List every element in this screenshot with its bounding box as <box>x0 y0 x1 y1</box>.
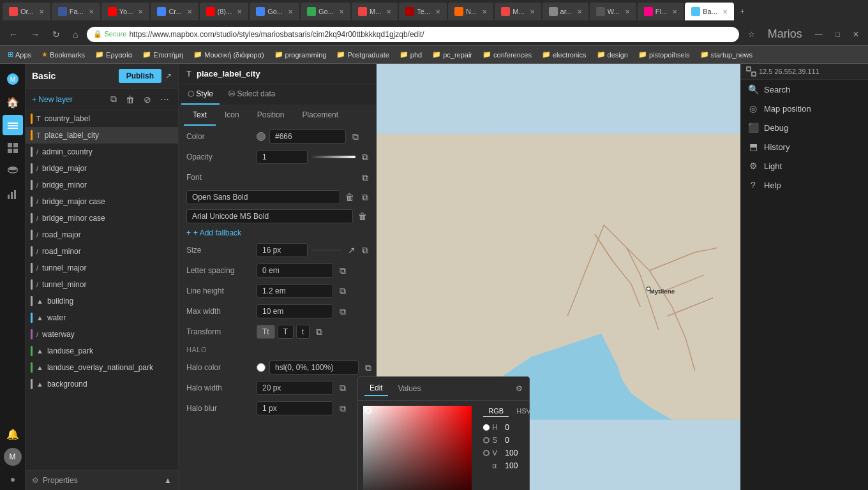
tab-close-4[interactable]: ✕ <box>187 8 192 15</box>
layer-item-bridge-major-case[interactable]: / bridge_major case <box>26 193 178 210</box>
tab-11[interactable]: M... ✕ <box>495 3 541 20</box>
layer-item-tunnel-minor[interactable]: / tunnel_minor <box>26 276 178 293</box>
collapse-icon[interactable]: ▲ <box>164 476 172 485</box>
layer-item-bridge-minor[interactable]: / bridge_minor <box>26 177 178 193</box>
size-input[interactable] <box>257 243 308 257</box>
tab-close-5[interactable]: ✕ <box>237 8 242 15</box>
color-swatch[interactable] <box>257 132 266 141</box>
layer-item-landuse-park[interactable]: ▲ landuse_park <box>26 343 178 359</box>
opacity-expression-icon[interactable]: ⧉ <box>362 152 368 163</box>
halo-color-swatch[interactable] <box>257 363 266 372</box>
tab-close-8[interactable]: ✕ <box>386 8 391 15</box>
rail-icon-mapbox[interactable]: M <box>3 69 23 89</box>
channel-h-radio[interactable] <box>483 424 490 431</box>
publish-button[interactable]: Publish <box>119 69 161 83</box>
line-height-input[interactable] <box>257 284 333 298</box>
size-slider[interactable] <box>311 249 341 251</box>
duplicate-layer-button[interactable]: ⧉ <box>108 93 119 106</box>
tab-select-data[interactable]: ⛁ Select data <box>222 84 281 105</box>
layer-item-background[interactable]: ▲ background <box>26 376 178 392</box>
bookmark-conferences[interactable]: 📁 conferences <box>479 49 535 60</box>
tab-close-13[interactable]: ✕ <box>625 8 630 15</box>
layer-item-waterway[interactable]: / waterway <box>26 326 178 343</box>
sub-tab-icon[interactable]: Icon <box>216 105 248 126</box>
new-tab-button[interactable]: + <box>735 7 750 16</box>
color-expression-icon[interactable]: ⧉ <box>352 131 359 142</box>
new-layer-button[interactable]: + New layer <box>32 95 104 104</box>
transform-expression-icon[interactable]: ⧉ <box>316 327 322 338</box>
letter-spacing-input[interactable] <box>257 264 333 278</box>
layer-item-place-label-city[interactable]: T place_label_city <box>26 127 178 144</box>
home-button[interactable]: ⌂ <box>69 28 82 41</box>
expand-icon[interactable] <box>746 66 756 77</box>
layer-item-tunnel-major[interactable]: / tunnel_major <box>26 260 178 276</box>
transform-btn-upper[interactable]: T <box>278 325 294 339</box>
sub-tab-text[interactable]: Text <box>184 105 216 126</box>
tab-10[interactable]: N... ✕ <box>448 3 493 20</box>
tab-close-15[interactable]: ✕ <box>722 8 728 15</box>
bookmark-design[interactable]: 📁 design <box>593 49 632 60</box>
halo-width-input[interactable] <box>257 381 333 395</box>
color-picker-tab-values[interactable]: Values <box>393 382 426 396</box>
layer-item-landuse-overlay[interactable]: ▲ landuse_overlay_national_park <box>26 359 178 376</box>
tab-8[interactable]: M... ✕ <box>352 3 398 20</box>
tab-12[interactable]: ar... ✕ <box>542 3 588 20</box>
back-button[interactable]: ← <box>5 28 22 41</box>
channel-v-radio[interactable] <box>483 450 490 456</box>
apps-bookmark[interactable]: ⊞ Apps <box>4 49 35 60</box>
color-gradient-cursor[interactable] <box>365 408 371 414</box>
transform-btn-lower[interactable]: t <box>296 325 310 339</box>
color-picker-tab-edit[interactable]: Edit <box>364 381 388 396</box>
color-gradient[interactable] <box>363 406 472 490</box>
sub-tab-position[interactable]: Position <box>248 105 294 126</box>
bookmark-pcrepair[interactable]: 📁 pc_repair <box>428 49 476 60</box>
right-menu-history[interactable]: ⬒ History <box>741 137 868 156</box>
layer-item-building[interactable]: ▲ building <box>26 293 178 309</box>
rail-icon-home[interactable]: 🏠 <box>3 92 23 112</box>
layer-item-country-label[interactable]: T country_label <box>26 110 178 127</box>
layer-item-road-major[interactable]: / road_major <box>26 226 178 243</box>
tab-close-7[interactable]: ✕ <box>339 8 344 15</box>
color-picker-settings-icon[interactable]: ⚙ <box>516 384 523 393</box>
right-menu-light[interactable]: ⚙ Light <box>741 156 868 175</box>
bookmark-startup[interactable]: 📁 startup_news <box>696 49 756 60</box>
tab-4[interactable]: Cr... ✕ <box>151 3 198 20</box>
opacity-slider[interactable] <box>311 156 355 158</box>
tab-close-14[interactable]: ✕ <box>672 8 677 15</box>
tab-1[interactable]: Or... ✕ <box>3 3 50 20</box>
tab-3[interactable]: Yo... ✕ <box>101 3 150 20</box>
tab-5[interactable]: (8)... ✕ <box>200 3 249 20</box>
maximize-button[interactable]: □ <box>832 29 844 40</box>
tab-close-10[interactable]: ✕ <box>482 8 487 15</box>
halo-blur-input[interactable] <box>257 401 333 415</box>
channel-s-radio[interactable] <box>483 437 490 443</box>
right-menu-debug[interactable]: ⬛ Debug <box>741 118 868 137</box>
tab-close-1[interactable]: ✕ <box>39 8 44 15</box>
rail-icon-data[interactable] <box>3 161 23 181</box>
remove-font-2-button[interactable]: 🗑 <box>357 210 368 223</box>
tab-close-12[interactable]: ✕ <box>577 8 582 15</box>
font-input-1[interactable] <box>186 190 340 204</box>
forward-button[interactable]: → <box>27 28 43 41</box>
font-expression-icon[interactable]: ⧉ <box>362 172 368 183</box>
tab-13[interactable]: W... ✕ <box>590 3 636 20</box>
bookmark-pistopoihseis[interactable]: 📁 pistopoihseis <box>634 49 694 60</box>
max-width-expression-icon[interactable]: ⧉ <box>340 306 346 317</box>
letter-spacing-expression-icon[interactable]: ⧉ <box>340 265 346 276</box>
tab-14[interactable]: Fl... ✕ <box>638 3 684 20</box>
tab-15[interactable]: Ba... ✕ <box>685 3 734 20</box>
bookmark-ergasia[interactable]: 📁 Εργασία <box>91 49 136 60</box>
halo-width-expression-icon[interactable]: ⧉ <box>340 383 346 394</box>
minimize-button[interactable]: — <box>811 29 827 40</box>
bookmark-programming[interactable]: 📁 programming <box>271 49 331 60</box>
tab-close-2[interactable]: ✕ <box>89 8 94 15</box>
rail-icon-analytics[interactable] <box>3 184 23 204</box>
halo-color-input[interactable] <box>269 360 359 375</box>
close-browser-button[interactable]: ✕ <box>849 29 863 40</box>
right-menu-help[interactable]: ? Help <box>741 175 868 195</box>
line-height-expression-icon[interactable]: ⧉ <box>340 286 346 297</box>
color-input[interactable] <box>269 130 346 144</box>
halo-color-expression-icon[interactable]: ⧉ <box>365 362 371 373</box>
bookmark-phd[interactable]: 📁 phd <box>396 49 426 60</box>
bookmark-epistimi[interactable]: 📁 Επιστήμη <box>138 49 187 60</box>
